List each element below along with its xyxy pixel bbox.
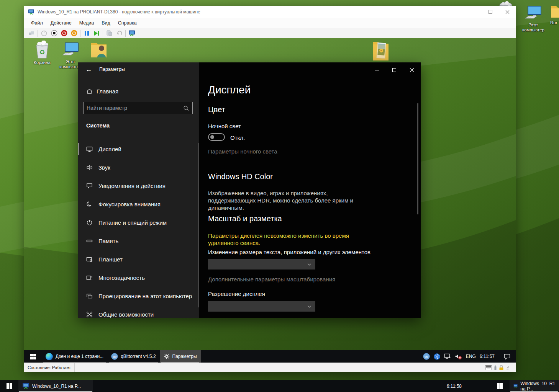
scale-heading: Масштаб и разметка (208, 214, 282, 223)
revert-icon (116, 30, 122, 36)
shared-experiences-icon (86, 311, 93, 318)
sidebar-item-storage[interactable]: Память (78, 232, 199, 250)
shut-down-button[interactable] (59, 29, 69, 38)
search-input[interactable] (87, 102, 179, 114)
stop-icon (51, 30, 57, 36)
keyboard-icon (485, 365, 492, 370)
checkpoint-button[interactable] (104, 29, 114, 38)
reset-button[interactable] (92, 29, 102, 38)
vm-desktop-icon-recycle-bin[interactable]: ♻ Корзина (30, 41, 55, 65)
sidebar-item-display[interactable]: Дисплей (78, 140, 199, 158)
sidebar-item-power-sleep[interactable]: Питание и спящий режим (78, 213, 199, 232)
menu-media[interactable]: Медиа (75, 18, 98, 28)
sidebar-scrollbar[interactable] (198, 143, 199, 307)
remote-session-warning: Параметры дисплея невозможно изменить во… (208, 232, 377, 247)
action-center-icon[interactable] (504, 354, 510, 359)
vm-toolbar (24, 28, 516, 38)
sidebar-item-shared-experiences[interactable]: Общие возможности (78, 305, 199, 318)
menu-help[interactable]: Справка (114, 18, 141, 28)
host-taskbar-button-vmconnect-secondary[interactable]: Windows_10_R1 на P... (510, 380, 559, 392)
vm-titlebar[interactable]: Windows_10_R1 на PROLIANT-DL380 - подклю… (24, 6, 516, 18)
enhanced-session-button[interactable] (127, 29, 137, 38)
settings-window: ← Параметры Главная (78, 62, 421, 318)
settings-maximize-button[interactable] (385, 62, 403, 78)
taskbar-button-qbittorrent[interactable]: qb qBittorrent v4.5.2 (107, 350, 159, 363)
volume-muted-icon[interactable] (455, 353, 462, 360)
menu-action[interactable]: Действие (47, 18, 75, 28)
sidebar-item-label: Общие возможности (98, 311, 154, 318)
vm-close-button[interactable] (499, 6, 516, 18)
sidebar-item-tablet[interactable]: Планшет (78, 250, 199, 268)
sidebar-item-notifications[interactable]: Уведомления и действия (78, 176, 199, 195)
taskbar-button-settings[interactable]: Параметры (160, 350, 201, 363)
taskbar-button-edge[interactable]: Дзен и еще 1 страни... (42, 350, 107, 363)
save-vm-button[interactable] (69, 29, 79, 38)
sidebar-item-projecting[interactable]: Проецирование на этот компьютер (78, 287, 199, 305)
night-light-toggle[interactable] (208, 133, 225, 141)
sidebar-item-sound[interactable]: Звук (78, 158, 199, 176)
sidebar-item-multitasking[interactable]: Многозадачность (78, 268, 199, 287)
taskbar-button-label: qBittorrent v4.5.2 (121, 354, 156, 359)
content-scrollbar[interactable] (417, 103, 418, 214)
host-start-button[interactable] (0, 380, 18, 392)
toggle-knob (210, 135, 214, 139)
moon-icon (86, 201, 93, 208)
sidebar-item-focus-assist[interactable]: Фокусировка внимания (78, 195, 199, 213)
vm-maximize-button[interactable] (482, 6, 499, 18)
host-taskbar: Windows_10_R1 на P... 6:11:58 Windows_10… (0, 380, 559, 392)
menu-file[interactable]: Файл (27, 18, 47, 28)
resolution-label: Разрешение дисплея (208, 291, 265, 297)
vm-minimize-button[interactable] (465, 6, 482, 18)
search-icon (183, 105, 189, 111)
usb-icon (494, 365, 497, 371)
close-icon (505, 10, 510, 14)
advanced-scaling-link[interactable]: Дополнительные параметры масштабирования (208, 276, 335, 283)
vm-clock[interactable]: 6:11:57 (480, 354, 495, 359)
vm-desktop-icon-pictures-folder[interactable] (368, 39, 393, 62)
recycle-bin-icon: ♻ (34, 41, 51, 59)
night-light-label: Ночной свет (208, 123, 241, 129)
language-indicator[interactable]: ENG (466, 354, 476, 359)
night-light-settings-link[interactable]: Параметры ночного света (208, 148, 277, 155)
text-caret (86, 105, 86, 111)
bluetooth-icon[interactable] (434, 353, 440, 360)
storage-icon (86, 237, 93, 245)
scale-dropdown[interactable] (208, 259, 315, 270)
turn-off-button[interactable] (49, 29, 59, 38)
settings-minimize-button[interactable] (368, 62, 385, 78)
ctrl-alt-del-button[interactable] (26, 29, 36, 38)
settings-close-button[interactable] (403, 62, 421, 78)
power-red-icon (61, 30, 67, 36)
resize-grip[interactable] (506, 366, 510, 369)
sidebar-item-label: Многозадачность (98, 274, 145, 281)
sidebar-section-heading: Система (86, 122, 110, 129)
sidebar-item-home[interactable]: Главная (78, 85, 199, 98)
checkpoint-icon (106, 30, 112, 36)
screen: Этот компьютер Ror Windows_10_R1 на PROL… (0, 0, 559, 392)
pause-button[interactable] (82, 29, 92, 38)
desktop-icon-label: Корзина (34, 60, 51, 65)
scale-label: Изменение размера текста, приложений и д… (208, 249, 370, 255)
sidebar-item-label: Дисплей (98, 146, 121, 152)
resolution-dropdown[interactable] (208, 301, 315, 312)
host-start-button-secondary[interactable] (490, 380, 509, 392)
multitasking-icon (86, 274, 93, 281)
menu-view[interactable]: Вид (98, 18, 114, 28)
host-desktop-icon-folder[interactable]: Ror (550, 4, 559, 25)
this-pc-icon (62, 42, 79, 58)
host-clock[interactable]: 6:11:58 (447, 380, 462, 392)
back-button[interactable]: ← (82, 64, 95, 75)
user-folder-icon (90, 41, 108, 59)
sidebar-item-label: Память (98, 238, 118, 244)
settings-searchbox[interactable] (83, 102, 193, 114)
lock-icon (499, 365, 504, 371)
host-taskbar-button-vmconnect[interactable]: Windows_10_R1 на P... (18, 380, 93, 392)
qbittorrent-tray-icon[interactable]: qb (423, 353, 430, 360)
vm-start-button[interactable] (24, 350, 42, 363)
revert-button[interactable] (114, 29, 124, 38)
start-vm-button[interactable] (39, 29, 49, 38)
host-desktop-icon-this-pc[interactable]: Этот компьютер (518, 5, 549, 33)
network-icon[interactable] (444, 353, 451, 359)
vm-statusbar: Состояние: Работает (24, 363, 516, 372)
vm-desktop-icon-user-folder[interactable] (86, 41, 111, 59)
